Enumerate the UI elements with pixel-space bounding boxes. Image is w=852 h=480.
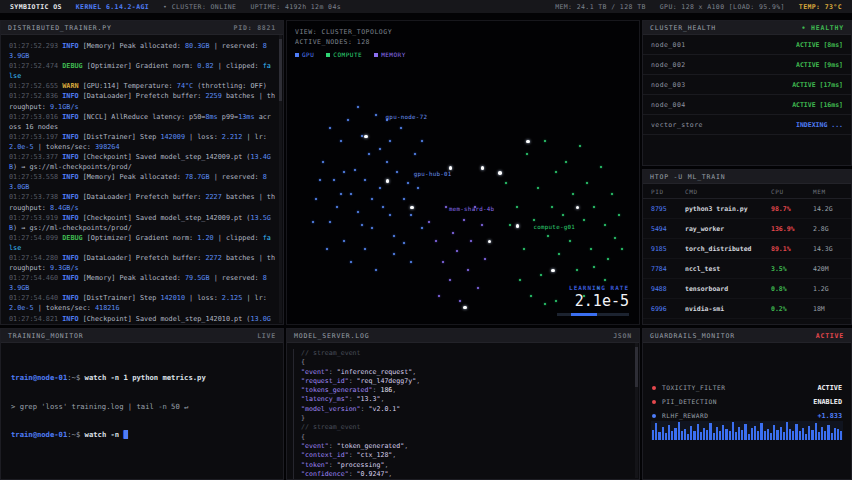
- log-segment: [DataLoader] Prefetch buffer:: [83, 92, 206, 100]
- process-pid: 5494: [651, 225, 685, 233]
- histogram-bar: [773, 425, 775, 440]
- log-segment: INFO: [62, 92, 82, 100]
- node-dot-compute: [576, 269, 578, 271]
- log-line: "token": "processing",: [301, 461, 631, 470]
- log-line: 01:27:54.099 DEBUG [Optimizer] Gradient …: [9, 233, 275, 253]
- process-mem: 2.8G: [813, 225, 843, 233]
- log-segment: INFO: [62, 214, 82, 222]
- training-monitor-panel: TRAINING_MONITOR LIVE train@node-01:~$ w…: [0, 328, 284, 480]
- trainer-log-output[interactable]: 01:27:52.293 INFO [Memory] Peak allocate…: [1, 35, 283, 325]
- model-log-scrollbar[interactable]: [635, 343, 638, 478]
- log-segment: "context_id": [301, 451, 349, 459]
- process-row[interactable]: 9185torch_distributed89.1%14.3G: [643, 239, 851, 259]
- histogram-bar: [706, 430, 708, 440]
- status-dot-icon: [652, 414, 656, 418]
- trainer-scrollbar-thumb[interactable]: [279, 39, 282, 101]
- node-status: ACTIVE [8ms]: [796, 41, 843, 49]
- node-dot-hot: [449, 166, 453, 170]
- log-line: "context_id": "ctx_128",: [301, 451, 631, 460]
- training-monitor-header: TRAINING_MONITOR LIVE: [1, 329, 283, 343]
- process-cpu: 0.2%: [771, 305, 813, 313]
- log-segment: | lr:: [242, 133, 267, 141]
- node-dot-compute: [505, 182, 507, 184]
- learning-rate-widget: LEARNING RATE 2.1e-5: [557, 284, 629, 316]
- node-dot-compute: [593, 206, 595, 208]
- node-dot-memory: [481, 224, 483, 226]
- trainer-scrollbar[interactable]: [279, 35, 282, 323]
- log-segment: "event": [301, 442, 329, 450]
- node-dot-compute: [607, 258, 609, 260]
- histogram-bar: [824, 431, 826, 441]
- topology-meta: VIEW: CLUSTER_TOPOLOGY ACTIVE_NODES: 128: [295, 27, 392, 47]
- histogram-bar: [738, 427, 740, 440]
- log-line: 01:27:53.377 INFO [Checkpoint] Saved mod…: [9, 152, 275, 172]
- legend-swatch-icon: [374, 53, 378, 57]
- log-segment: INFO: [62, 173, 82, 181]
- log-segment: > grep 'loss' training.log | tail -n 50 …: [11, 402, 188, 411]
- guardrail-label: RLHF_REWARD: [662, 412, 817, 419]
- node-dot-compute: [611, 193, 613, 195]
- health-row: node_002ACTIVE [9ms]: [643, 55, 851, 75]
- histogram-bar: [776, 430, 778, 440]
- log-segment: :~$: [67, 430, 84, 439]
- log-segment: ,: [416, 377, 420, 385]
- log-line: "event": "token_generated",: [301, 442, 631, 451]
- process-pid: 6996: [651, 305, 685, 313]
- node-dot-gpu: [393, 235, 395, 237]
- log-segment: 01:27:53.738: [9, 193, 62, 201]
- cluster-health-title: CLUSTER_HEALTH: [650, 24, 716, 32]
- model-log-scrollbar-thumb[interactable]: [635, 347, 638, 387]
- topology-view-label: VIEW: CLUSTER_TOPOLOGY: [295, 27, 392, 37]
- node-dot-gpu: [400, 127, 402, 129]
- process-cpu: 89.1%: [771, 245, 813, 253]
- legend-item-compute[interactable]: COMPUTE: [326, 51, 362, 58]
- model-server-log-output[interactable]: // stream_event{ "event": "inference_req…: [287, 343, 639, 480]
- process-cmd: nccl_test: [685, 265, 771, 273]
- node-dot-gpu: [326, 248, 328, 250]
- histogram-bar: [658, 432, 660, 440]
- log-segment: [Memory] Peak allocated:: [83, 42, 185, 50]
- node-dot-compute: [547, 235, 549, 237]
- guardrail-value: +1.833: [817, 412, 842, 420]
- process-row[interactable]: 8795python3 train.py98.7%14.2G: [643, 199, 851, 219]
- log-segment: 1.20: [197, 234, 213, 242]
- node-dot-memory: [477, 287, 479, 289]
- process-cpu: 98.7%: [771, 205, 813, 213]
- health-row: node_001ACTIVE [8ms]: [643, 35, 851, 55]
- memory-usage: MEM: 24.1 TB / 128 TB: [555, 3, 646, 11]
- terminal[interactable]: train@node-01:~$ watch -n 1 python metri…: [1, 343, 283, 440]
- node-dot-hot: [386, 179, 390, 183]
- process-mem: 18M: [813, 305, 843, 313]
- log-segment: train@node-01: [11, 373, 67, 382]
- node-dot-gpu: [329, 127, 331, 129]
- log-segment: :~$: [67, 373, 84, 382]
- log-line: "request_id": "req_l47degg7y",: [301, 377, 631, 386]
- legend-label: GPU: [302, 51, 314, 58]
- histogram-bar: [693, 431, 695, 441]
- node-dot-compute: [593, 266, 595, 268]
- process-row[interactable]: 9488tensorboard0.8%1.2G: [643, 279, 851, 299]
- node-label: mem-shard-4b: [449, 206, 494, 212]
- log-segment: "request_id": [301, 377, 349, 385]
- log-segment: | clipped:: [214, 234, 263, 242]
- legend-item-memory[interactable]: MEMORY: [374, 51, 406, 58]
- log-segment: 2.0e-5: [9, 304, 34, 312]
- node-dot-hot: [516, 224, 520, 228]
- log-segment: :: [349, 470, 357, 478]
- process-row[interactable]: 5494ray_worker136.9%2.8G: [643, 219, 851, 239]
- log-segment: 01:27:53.197: [9, 133, 62, 141]
- node-dot-gpu: [347, 119, 349, 121]
- log-segment: "req_l47degg7y": [357, 377, 417, 385]
- node-dot-compute: [600, 166, 602, 168]
- node-dot-gpu: [357, 106, 359, 108]
- node-dot-hot: [551, 269, 555, 273]
- node-dot-compute: [586, 182, 588, 184]
- log-segment: 142010: [160, 294, 185, 302]
- legend-item-gpu[interactable]: GPU: [295, 51, 314, 58]
- histogram-bar: [827, 425, 829, 440]
- process-row[interactable]: 6996nvidia-smi0.2%18M: [643, 299, 851, 319]
- log-segment: "token": [301, 461, 329, 469]
- process-row[interactable]: 7784nccl_test3.5%420M: [643, 259, 851, 279]
- node-dot-gpu: [407, 182, 409, 184]
- log-segment: 186: [380, 386, 392, 394]
